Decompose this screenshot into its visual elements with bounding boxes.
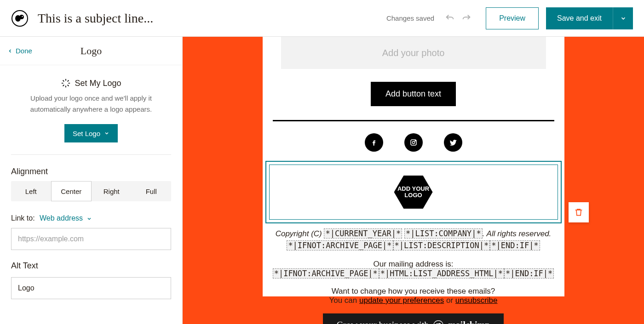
svg-point-3 bbox=[22, 16, 23, 17]
set-logo-heading: Set My Logo bbox=[75, 79, 121, 88]
panel-title: Logo bbox=[0, 45, 182, 57]
mailchimp-referral-banner[interactable]: Grow your business with mailchimp bbox=[323, 313, 504, 324]
align-right[interactable]: Right bbox=[92, 181, 132, 201]
link-to-label: Link to: bbox=[11, 214, 35, 222]
set-logo-button[interactable]: Set Logo bbox=[64, 124, 118, 142]
properties-sidebar: Done Logo Set My Logo Upload your logo o… bbox=[0, 37, 183, 324]
facebook-icon[interactable] bbox=[365, 133, 383, 152]
mailchimp-logo-icon bbox=[11, 10, 29, 27]
top-bar: This is a subject line... Changes saved … bbox=[0, 0, 644, 37]
link-to-type-dropdown[interactable]: Web address bbox=[40, 214, 92, 222]
logo-block-selected[interactable]: ADD YOUR LOGO bbox=[265, 161, 562, 223]
preview-button[interactable]: Preview bbox=[486, 7, 539, 29]
canvas: Add your photo Add button text ADD YOUR … bbox=[183, 37, 644, 324]
redo-button[interactable] bbox=[458, 10, 475, 27]
email-cta-button[interactable]: Add button text bbox=[371, 82, 456, 106]
subject-line[interactable]: This is a subject line... bbox=[38, 11, 153, 26]
footer-copyright[interactable]: Copyright (C) *|CURRENT_YEAR|* *|LIST:CO… bbox=[263, 228, 564, 251]
unsubscribe-link[interactable]: unsubscribe bbox=[455, 296, 498, 305]
svg-point-2 bbox=[19, 15, 24, 19]
alignment-segmented-control: Left Center Right Full bbox=[11, 181, 171, 201]
svg-point-6 bbox=[415, 141, 416, 142]
footer-mailing[interactable]: Our mailing address is: *|IFNOT:ARCHIVE_… bbox=[263, 260, 564, 279]
sparkle-icon bbox=[61, 78, 71, 88]
twitter-icon[interactable] bbox=[444, 133, 462, 152]
set-logo-description: Upload your logo once and we'll apply it… bbox=[11, 93, 171, 115]
delete-block-button[interactable] bbox=[569, 202, 589, 222]
footer-prefs[interactable]: Want to change how you receive these ema… bbox=[263, 287, 564, 305]
photo-placeholder-block[interactable]: Add your photo bbox=[281, 37, 546, 69]
align-full[interactable]: Full bbox=[132, 181, 172, 201]
logo-placeholder-hex: ADD YOUR LOGO bbox=[394, 176, 433, 209]
svg-point-5 bbox=[412, 141, 414, 143]
undo-button[interactable] bbox=[442, 10, 458, 27]
alt-text-label: Alt Text bbox=[11, 261, 171, 271]
save-and-exit-button[interactable]: Save and exit bbox=[546, 7, 613, 29]
alignment-label: Alignment bbox=[11, 167, 171, 176]
alt-text-input[interactable] bbox=[11, 277, 171, 299]
link-url-input[interactable] bbox=[11, 228, 171, 250]
svg-point-7 bbox=[434, 320, 443, 324]
save-status: Changes saved bbox=[386, 14, 434, 22]
align-left[interactable]: Left bbox=[11, 181, 51, 201]
email-preview[interactable]: Add your photo Add button text ADD YOUR … bbox=[263, 37, 564, 296]
instagram-icon[interactable] bbox=[404, 133, 423, 152]
update-preferences-link[interactable]: update your preferences bbox=[359, 296, 444, 305]
divider bbox=[273, 120, 554, 121]
save-dropdown-button[interactable] bbox=[613, 7, 633, 29]
align-center[interactable]: Center bbox=[51, 181, 92, 201]
